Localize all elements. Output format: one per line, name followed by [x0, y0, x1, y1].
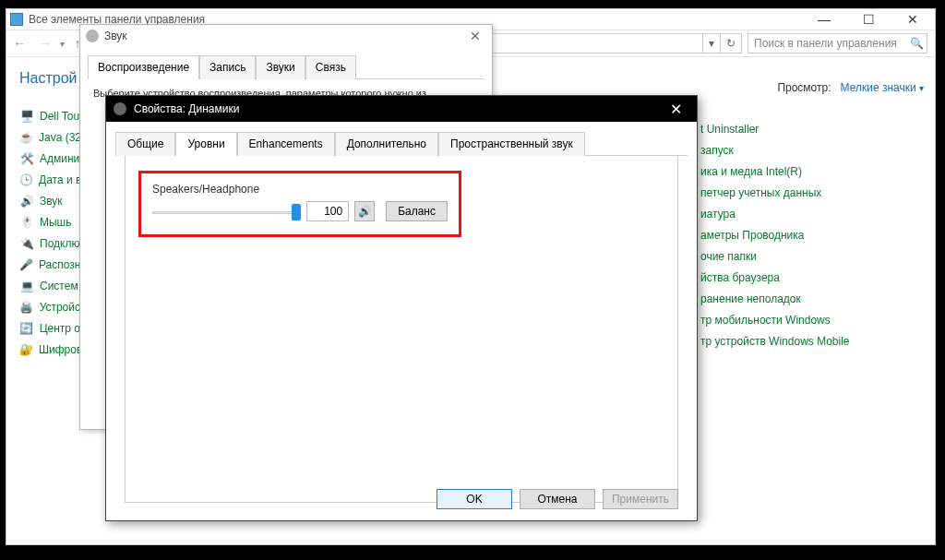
view-value[interactable]: Мелкие значки — [841, 81, 916, 94]
tab-sounds[interactable]: Звуки — [256, 55, 305, 79]
tab-enhancements[interactable]: Enhancements — [237, 132, 335, 156]
speaker-icon — [86, 30, 99, 42]
devices-icon: 🖨️ — [19, 300, 34, 315]
sound-tabs: Воспроизведение Запись Звуки Связь — [88, 54, 484, 79]
tab-playback[interactable]: Воспроизведение — [88, 55, 199, 79]
chevron-down-icon: ▾ — [919, 83, 924, 93]
search-placeholder: Поиск в панели управления — [754, 37, 906, 50]
ok-button[interactable]: OK — [437, 489, 512, 509]
cp-item[interactable]: 🎤Распозн — [19, 254, 80, 275]
address-dropdown[interactable]: ▾ — [702, 34, 720, 53]
encrypt-icon: 🔐 — [19, 342, 33, 357]
sync-icon: 🔄 — [19, 321, 34, 336]
control-panel-icon — [10, 13, 23, 26]
cp-item[interactable]: тр устройств Windows Mobile — [700, 330, 924, 351]
volume-slider[interactable] — [152, 203, 301, 220]
speaker-on-icon: 🔊 — [358, 205, 372, 218]
tab-spatial[interactable]: Пространственный звук — [438, 132, 585, 156]
cancel-button[interactable]: Отмена — [520, 489, 595, 509]
cp-item[interactable]: 🕒Дата и в — [19, 169, 80, 190]
cp-item[interactable]: 🖱️Мышь — [19, 211, 80, 232]
cp-item[interactable]: иатура — [700, 203, 924, 224]
cp-heading: Настрой — [19, 70, 80, 87]
tab-advanced[interactable]: Дополнительно — [335, 132, 438, 156]
mouse-icon: 🖱️ — [19, 215, 34, 230]
java-icon: ☕ — [19, 130, 33, 145]
properties-tabs: Общие Уровни Enhancements Дополнительно … — [115, 131, 688, 156]
search-box[interactable]: Поиск в панели управления 🔍 — [748, 33, 927, 54]
speech-icon: 🎤 — [19, 257, 33, 272]
slider-thumb[interactable] — [292, 204, 301, 220]
properties-footer: OK Отмена Применить — [437, 489, 678, 509]
volume-input[interactable] — [306, 201, 349, 221]
maximize-button[interactable]: ☐ — [857, 12, 879, 27]
cp-item[interactable]: 🔌Подклю — [19, 232, 80, 254]
cp-item[interactable]: аметры Проводника — [700, 224, 924, 245]
search-icon[interactable]: 🔍 — [906, 37, 927, 50]
sound-icon: 🔊 — [19, 194, 34, 209]
admin-icon: 🛠️ — [19, 151, 34, 166]
cp-item[interactable]: 🔄Центр о — [19, 317, 80, 339]
date-icon: 🕒 — [19, 173, 33, 187]
cp-item[interactable]: 🖥️Dell Tou — [19, 105, 80, 126]
properties-window: Свойства: Динамики ✕ Общие Уровни Enhanc… — [105, 95, 698, 521]
cp-item[interactable]: t Uninstaller — [700, 118, 924, 139]
cp-item[interactable]: 🔐Шифров — [19, 339, 80, 360]
properties-title: Свойства: Динамики — [134, 102, 239, 115]
cp-item[interactable]: ранение неполадок — [700, 288, 924, 309]
properties-titlebar: Свойства: Динамики ✕ — [106, 96, 697, 122]
close-button[interactable]: ✕ — [902, 12, 924, 27]
connect-icon: 🔌 — [19, 236, 34, 251]
speaker-icon — [114, 102, 126, 115]
sound-titlebar: Звук ✕ — [80, 25, 492, 47]
cp-item[interactable]: ика и медиа Intel(R) — [700, 161, 924, 182]
cp-item[interactable]: тр мобильности Windows — [700, 309, 924, 330]
properties-body: Speakers/Headphone 🔊 Баланс — [125, 156, 678, 503]
cp-item[interactable]: 🖨️Устройс — [19, 296, 80, 317]
refresh-button[interactable]: ↻ — [720, 34, 741, 53]
cp-item[interactable]: запуск — [700, 139, 924, 161]
tab-general[interactable]: Общие — [115, 132, 175, 156]
forward-button[interactable]: → — [32, 36, 58, 51]
view-selector[interactable]: Просмотр: Мелкие значки ▾ — [700, 81, 924, 94]
cp-item[interactable]: йства браузера — [700, 267, 924, 288]
tab-recording[interactable]: Запись — [199, 55, 256, 79]
cp-item[interactable]: 🛠️Админи — [19, 148, 80, 169]
balance-button[interactable]: Баланс — [386, 201, 448, 221]
cp-item[interactable]: 🔊Звук — [19, 190, 80, 211]
apply-button[interactable]: Применить — [603, 489, 678, 509]
system-icon: 💻 — [19, 279, 34, 293]
cp-item[interactable]: очие папки — [700, 245, 924, 267]
highlight-region: Speakers/Headphone 🔊 Баланс — [138, 171, 461, 237]
sound-title: Звук — [104, 30, 127, 42]
cp-item[interactable]: петчер учетных данных — [700, 182, 924, 203]
tab-levels[interactable]: Уровни — [175, 132, 236, 156]
sound-close-button[interactable]: ✕ — [464, 29, 486, 43]
properties-close-button[interactable]: ✕ — [663, 101, 689, 118]
dell-icon: 🖥️ — [19, 109, 34, 124]
cp-item[interactable]: 💻Систем — [19, 275, 80, 296]
cp-item[interactable]: ☕Java (32 — [19, 126, 80, 148]
device-label: Speakers/Headphone — [152, 183, 448, 196]
back-button[interactable]: ← — [6, 36, 32, 51]
minimize-button[interactable]: — — [813, 12, 835, 27]
mute-button[interactable]: 🔊 — [354, 201, 375, 221]
tab-communications[interactable]: Связь — [305, 55, 356, 79]
